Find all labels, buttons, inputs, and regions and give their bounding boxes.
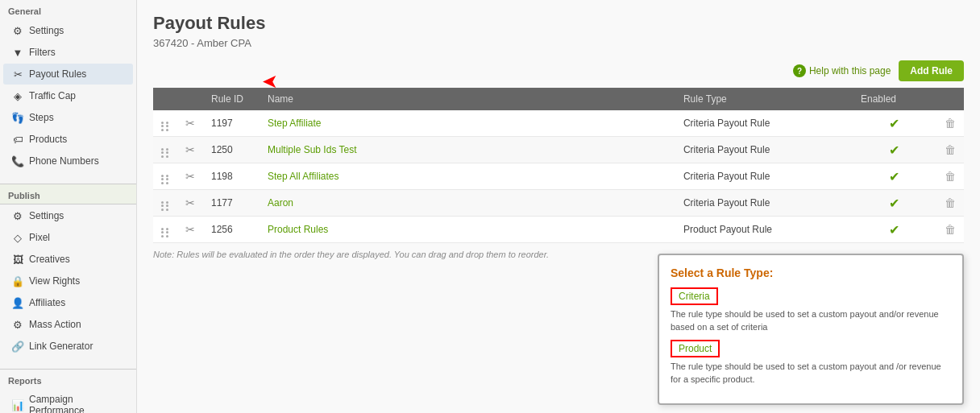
drag-handle-cell[interactable] [153, 137, 177, 163]
general-section-header: General [0, 0, 136, 19]
sidebar-item-payout-rules[interactable]: ✂ Payout Rules [3, 64, 133, 85]
sidebar-item-mass-action[interactable]: ⚙ Mass Action [3, 314, 133, 335]
steps-icon: 👣 [11, 111, 24, 124]
main-content: ➤ Payout Rules 367420 - Amber CPA ? Help… [137, 0, 980, 413]
sidebar-item-label: Campaign Performance [29, 394, 127, 413]
rule-delete-cell[interactable]: 🗑 [936, 137, 964, 163]
check-icon: ✔ [889, 196, 899, 210]
sidebar-item-label: Traffic Cap [29, 90, 76, 101]
delete-icon[interactable]: 🗑 [945, 117, 956, 130]
settings-icon: ⚙ [11, 24, 24, 37]
rule-delete-cell[interactable]: 🗑 [936, 163, 964, 190]
edit-cell[interactable]: ✂ [177, 217, 203, 243]
drag-handle-cell[interactable] [153, 163, 177, 190]
sidebar-item-products[interactable]: 🏷 Products [3, 129, 133, 150]
rule-enabled-cell: ✔ [853, 137, 936, 163]
sidebar-item-phone-numbers[interactable]: 📞 Phone Numbers [3, 151, 133, 171]
col-name-header: Name [260, 88, 675, 110]
sidebar-item-campaign-performance[interactable]: 📊 Campaign Performance [3, 390, 133, 413]
payout-icon: ✂ [11, 68, 24, 81]
rule-id-cell: 1250 [203, 137, 260, 163]
rule-enabled-cell: ✔ [853, 190, 936, 217]
page-subtitle: 367420 - Amber CPA [153, 37, 964, 49]
col-delete-header [936, 88, 964, 110]
drag-handle-cell[interactable] [153, 110, 177, 137]
rule-name-link[interactable]: Multiple Sub Ids Test [268, 144, 357, 155]
criteria-link[interactable]: Criteria [671, 287, 718, 305]
sidebar-item-label: Mass Action [29, 319, 81, 330]
table-row: ✂ 1198 Step All Affiliates Criteria Payo… [153, 163, 964, 190]
sidebar-item-traffic-cap[interactable]: ◈ Traffic Cap [3, 85, 133, 106]
drag-handle-cell[interactable] [153, 190, 177, 217]
rule-delete-cell[interactable]: 🗑 [936, 217, 964, 243]
view-rights-icon: 🔒 [11, 275, 24, 287]
phone-icon: 📞 [11, 155, 24, 167]
product-link[interactable]: Product [671, 340, 720, 357]
delete-icon[interactable]: 🗑 [945, 143, 956, 156]
sidebar-item-view-rights[interactable]: 🔒 View Rights [3, 271, 133, 291]
rule-id-cell: 1177 [203, 190, 260, 217]
table-header-row: Rule ID Name Rule Type Enabled [153, 88, 964, 110]
sidebar-item-label: Products [29, 134, 67, 145]
col-drag-header [153, 88, 177, 110]
rule-enabled-cell: ✔ [853, 163, 936, 190]
edit-icon[interactable]: ✂ [185, 223, 195, 236]
sidebar-item-link-generator[interactable]: 🔗 Link Generator [3, 336, 133, 357]
drag-handle[interactable] [161, 201, 169, 211]
edit-icon[interactable]: ✂ [185, 117, 195, 130]
sidebar-item-filters[interactable]: ▼ Filters [3, 42, 133, 63]
sidebar-item-label: Settings [29, 210, 64, 221]
add-rule-button-top[interactable]: Add Rule [899, 60, 964, 81]
sidebar-item-steps[interactable]: 👣 Steps [3, 107, 133, 128]
table-row: ✂ 1250 Multiple Sub Ids Test Criteria Pa… [153, 137, 964, 163]
rule-enabled-cell: ✔ [853, 217, 936, 243]
traffic-cap-icon: ◈ [11, 89, 24, 102]
rule-id-cell: 1256 [203, 217, 260, 243]
drag-handle[interactable] [161, 228, 169, 237]
edit-cell[interactable]: ✂ [177, 163, 203, 190]
sidebar-item-label: View Rights [29, 275, 80, 287]
rule-name-cell[interactable]: Multiple Sub Ids Test [260, 137, 675, 163]
sidebar-item-affiliates[interactable]: 👤 Affiliates [3, 292, 133, 313]
delete-icon[interactable]: 🗑 [945, 196, 956, 209]
rule-name-cell[interactable]: Product Rules [260, 217, 675, 243]
rule-delete-cell[interactable]: 🗑 [936, 110, 964, 137]
rule-type-cell: Product Payout Rule [675, 217, 853, 243]
delete-icon[interactable]: 🗑 [945, 170, 956, 183]
rule-type-option-product: Product The rule type should be used to … [671, 340, 951, 386]
sidebar-item-label: Filters [29, 47, 56, 58]
rule-name-cell[interactable]: Aaron [260, 190, 675, 217]
sidebar-item-pub-settings[interactable]: ⚙ Settings [3, 205, 133, 226]
edit-icon[interactable]: ✂ [185, 170, 195, 183]
edit-icon[interactable]: ✂ [185, 196, 195, 209]
sidebar-item-pixel[interactable]: ◇ Pixel [3, 227, 133, 248]
edit-icon[interactable]: ✂ [185, 143, 195, 156]
rule-delete-cell[interactable]: 🗑 [936, 190, 964, 217]
sidebar: General ⚙ Settings ▼ Filters ✂ Payout Ru… [0, 0, 137, 413]
delete-icon[interactable]: 🗑 [945, 223, 956, 236]
rule-name-link[interactable]: Step Affiliate [268, 118, 322, 129]
edit-cell[interactable]: ✂ [177, 110, 203, 137]
edit-cell[interactable]: ✂ [177, 190, 203, 217]
rule-enabled-cell: ✔ [853, 110, 936, 137]
drag-handle-cell[interactable] [153, 217, 177, 243]
product-desc: The rule type should be used to set a cu… [671, 361, 951, 386]
help-icon: ? [793, 64, 806, 77]
sidebar-item-label: Affiliates [29, 297, 65, 308]
edit-cell[interactable]: ✂ [177, 137, 203, 163]
sidebar-item-settings[interactable]: ⚙ Settings [3, 20, 133, 41]
rule-name-cell[interactable]: Step All Affiliates [260, 163, 675, 190]
drag-handle[interactable] [161, 148, 169, 158]
rule-name-link[interactable]: Product Rules [268, 224, 328, 235]
drag-handle[interactable] [161, 122, 169, 131]
rule-name-link[interactable]: Step All Affiliates [268, 171, 339, 182]
check-icon: ✔ [889, 117, 899, 130]
rule-name-link[interactable]: Aaron [268, 197, 293, 209]
sidebar-item-label: Pixel [29, 232, 50, 243]
sidebar-item-label: Payout Rules [29, 68, 86, 80]
drag-handle[interactable] [161, 175, 169, 184]
help-link[interactable]: ? Help with this page [793, 64, 891, 77]
sidebar-item-creatives[interactable]: 🖼 Creatives [3, 249, 133, 270]
rule-type-cell: Criteria Payout Rule [675, 110, 853, 137]
rule-name-cell[interactable]: Step Affiliate [260, 110, 675, 137]
